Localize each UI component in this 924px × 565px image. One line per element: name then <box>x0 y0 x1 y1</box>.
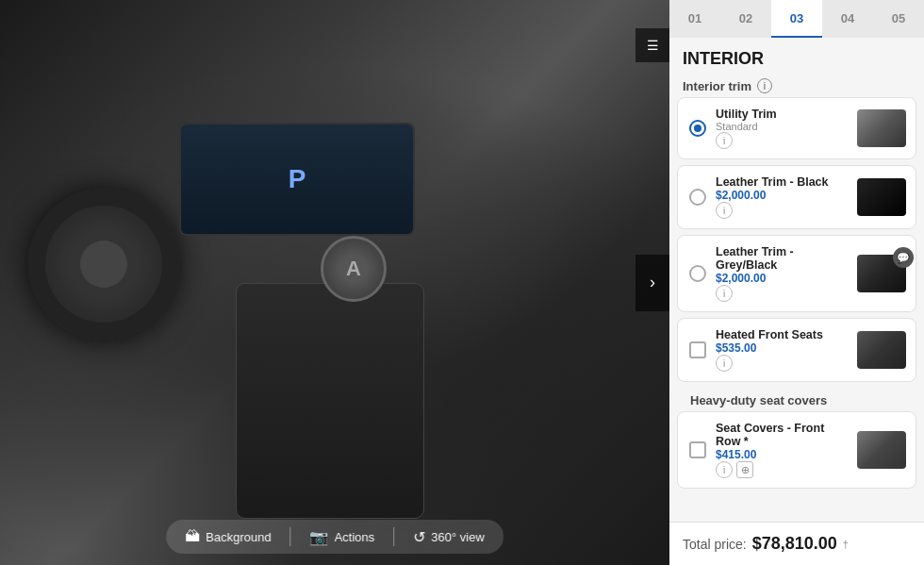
thumb-seat-covers <box>857 431 906 469</box>
menu-button[interactable]: ☰ <box>635 28 669 62</box>
tab-02[interactable]: 02 <box>720 0 771 38</box>
option-sub-utility: Standard <box>716 121 848 132</box>
section-title: INTERIOR <box>669 38 924 73</box>
tab-04[interactable]: 04 <box>822 0 873 38</box>
car-logo: A <box>321 236 387 302</box>
option-name-leather-black: Leather Trim - Black <box>716 175 848 189</box>
option-name-seat-covers: Seat Covers - Front Row * <box>716 422 848 448</box>
thumb-utility <box>857 109 906 147</box>
total-label: Total price: <box>683 537 747 552</box>
checkbox-seat-covers-front[interactable] <box>689 441 706 458</box>
steering-wheel <box>28 189 179 340</box>
info-btn-leather-grey[interactable]: i <box>716 285 733 302</box>
option-actions-utility: i <box>716 132 848 149</box>
info-btn-leather-black[interactable]: i <box>716 202 733 219</box>
step-tabs: 01 02 03 04 05 <box>669 0 924 38</box>
option-info-leather-black: Leather Trim - Black $2,000.00 i <box>716 175 848 219</box>
option-price-heated-seats: $535.00 <box>716 341 848 355</box>
interior-trim-subsection: Interior trim i <box>669 73 924 97</box>
total-asterisk: † <box>843 539 849 550</box>
actions-label: Actions <box>335 530 375 544</box>
option-price-leather-black: $2,000.00 <box>716 189 848 202</box>
option-actions-leather-grey: i <box>716 285 848 302</box>
total-price-bar: Total price: $78,810.00 † <box>669 522 924 565</box>
menu-icon: ☰ <box>647 38 659 53</box>
config-panel: 01 02 03 04 05 INTERIOR Interior trim i … <box>669 0 924 565</box>
heavy-duty-label: Heavy-duty seat covers <box>690 393 827 407</box>
option-info-heated-seats: Heated Front Seats $535.00 i <box>716 328 848 372</box>
360view-label: 360° view <box>431 530 485 544</box>
actions-icon: 📷 <box>310 528 329 546</box>
total-price: $78,810.00 <box>752 534 837 554</box>
interior-trim-label: Interior trim <box>683 79 751 93</box>
interior-trim-info-icon[interactable]: i <box>757 78 772 93</box>
arrow-right-icon: › <box>650 273 655 292</box>
360view-icon: ↺ <box>413 528 425 546</box>
option-name-leather-grey: Leather Trim - Grey/Black <box>716 245 848 272</box>
heavy-duty-subsection: Heavy-duty seat covers <box>677 388 916 411</box>
option-name-utility: Utility Trim <box>716 108 848 121</box>
tab-03[interactable]: 03 <box>771 0 822 38</box>
zoom-btn-seat-covers[interactable]: ⊕ <box>736 461 753 478</box>
option-heated-seats[interactable]: Heated Front Seats $535.00 i <box>677 318 916 382</box>
option-price-seat-covers: $415.00 <box>716 448 848 461</box>
radio-leather-grey[interactable] <box>689 265 706 282</box>
bottom-toolbar: 🏔 Background 📷 Actions ↺ 360° view <box>166 520 503 554</box>
option-price-leather-grey: $2,000.00 <box>716 272 848 285</box>
option-actions-heated-seats: i <box>716 355 848 372</box>
option-seat-covers-front[interactable]: Seat Covers - Front Row * $415.00 i ⊕ <box>677 411 916 489</box>
thumb-container-leather-grey: 💬 <box>857 255 906 292</box>
actions-button[interactable]: 📷 Actions <box>310 528 375 546</box>
tab-05[interactable]: 05 <box>873 0 924 38</box>
option-actions-leather-black: i <box>716 202 848 219</box>
option-name-heated-seats: Heated Front Seats <box>716 328 848 341</box>
radio-leather-black[interactable] <box>689 189 706 206</box>
screen-display: P <box>181 125 413 234</box>
option-leather-grey[interactable]: Leather Trim - Grey/Black $2,000.00 i 💬 <box>677 235 916 312</box>
radio-utility-trim[interactable] <box>689 120 706 137</box>
thumb-leather-black <box>857 178 906 216</box>
car-interior-background: P A › ☰ 🏔 Background 📷 Actions <box>0 0 669 565</box>
info-btn-seat-covers[interactable]: i <box>716 461 733 478</box>
option-info-leather-grey: Leather Trim - Grey/Black $2,000.00 i <box>716 245 848 302</box>
options-scroll-area: Utility Trim Standard i Leather Trim - B… <box>669 97 924 522</box>
background-label: Background <box>206 530 271 544</box>
comment-badge-leather-grey: 💬 <box>893 247 914 268</box>
car-preview: P A › ☰ 🏔 Background 📷 Actions <box>0 0 669 565</box>
checkbox-heated-seats[interactable] <box>689 341 706 358</box>
thumb-heated-seats <box>857 331 906 369</box>
background-button[interactable]: 🏔 Background <box>185 528 271 545</box>
info-btn-heated-seats[interactable]: i <box>716 355 733 372</box>
360view-button[interactable]: ↺ 360° view <box>413 528 485 546</box>
toolbar-separator-2 <box>393 527 394 546</box>
option-actions-seat-covers: i ⊕ <box>716 461 848 478</box>
option-info-utility: Utility Trim Standard i <box>716 108 848 149</box>
background-icon: 🏔 <box>185 528 200 545</box>
info-btn-utility[interactable]: i <box>716 132 733 149</box>
nav-arrow-right[interactable]: › <box>635 255 669 311</box>
center-console <box>236 283 424 519</box>
toolbar-separator-1 <box>290 527 291 546</box>
option-utility-trim[interactable]: Utility Trim Standard i <box>677 97 916 159</box>
dashboard-screen: P <box>179 123 415 236</box>
tab-01[interactable]: 01 <box>669 0 720 38</box>
option-info-seat-covers: Seat Covers - Front Row * $415.00 i ⊕ <box>716 422 848 478</box>
option-leather-black[interactable]: Leather Trim - Black $2,000.00 i <box>677 165 916 229</box>
